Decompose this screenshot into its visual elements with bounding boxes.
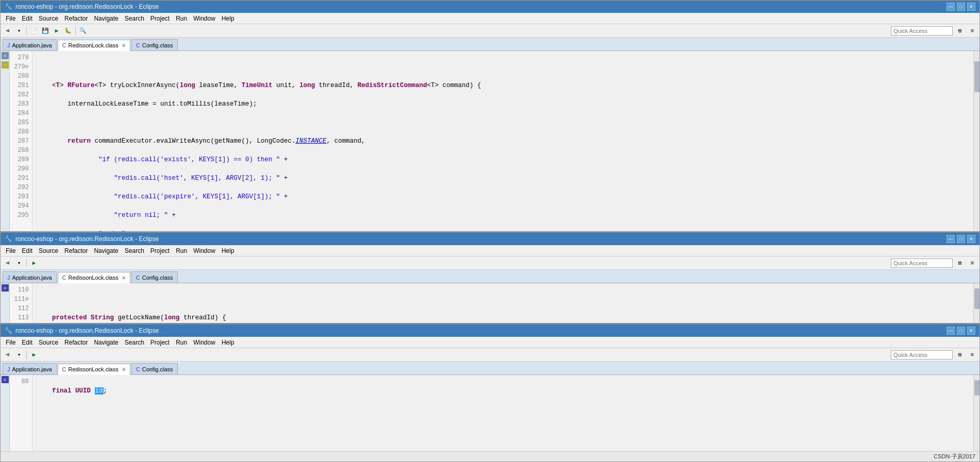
menu-search-2[interactable]: Search xyxy=(122,246,147,255)
scrollbar-v-2[interactable] xyxy=(973,283,979,323)
scrollbar-thumb-2[interactable] xyxy=(974,288,979,309)
menu-project-2[interactable]: Project xyxy=(147,246,173,255)
search-btn-1[interactable]: 🔍 xyxy=(78,26,88,36)
win-controls-1[interactable]: — □ ✕ xyxy=(947,3,975,11)
tab-redissonlock-2[interactable]: C RedissonLock.class ✕ xyxy=(58,272,130,283)
menu-project-1[interactable]: Project xyxy=(147,14,173,23)
new-btn-1[interactable]: 📄 xyxy=(29,26,39,36)
debug-btn-1[interactable]: 🐛 xyxy=(63,26,73,36)
quick-access-input-2[interactable] xyxy=(891,259,953,268)
menu-window-1[interactable]: Window xyxy=(190,14,218,23)
menu-search-3[interactable]: Search xyxy=(122,338,147,347)
save-btn-1[interactable]: 💾 xyxy=(40,26,50,36)
back-btn-2[interactable]: ⊲ xyxy=(3,258,13,268)
sep3 xyxy=(26,259,27,267)
tab-application-3[interactable]: J Application.java xyxy=(3,363,57,374)
win-controls-2[interactable]: — □ ✕ xyxy=(947,235,975,243)
menu-file-2[interactable]: File xyxy=(3,246,19,255)
tab-config-2[interactable]: C Config.class xyxy=(131,271,178,283)
scrollbar-thumb-3[interactable] xyxy=(974,380,979,396)
view-btn-3[interactable]: ≡ xyxy=(967,350,977,360)
quick-access-input-1[interactable] xyxy=(891,26,953,36)
line-280: internalLockLeaseTime = unit.toMillis(le… xyxy=(37,99,969,109)
toolbar-2: ⊲ ▾ ▶ ⊞ ≡ xyxy=(1,256,979,270)
minimize-btn-2[interactable]: — xyxy=(947,235,955,243)
perspective-btn-1[interactable]: ⊞ xyxy=(955,26,965,36)
run-btn-1[interactable]: ▶ xyxy=(52,26,62,36)
forward-btn-1[interactable]: ▾ xyxy=(14,26,24,36)
menu-edit-2[interactable]: Edit xyxy=(19,246,36,255)
gutter-icon-3: ⊙ xyxy=(2,376,9,383)
scrollbar-thumb-1[interactable] xyxy=(974,61,979,92)
back-btn-3[interactable]: ⊲ xyxy=(3,350,13,360)
code-content-1: <T> RFuture<T> tryLockInnerAsync(long le… xyxy=(32,51,973,231)
tab-config-3[interactable]: C Config.class xyxy=(131,363,178,374)
perspective-btn-3[interactable]: ⊞ xyxy=(955,350,965,360)
scrollbar-v-3[interactable] xyxy=(973,375,979,451)
menu-refactor-2[interactable]: Refactor xyxy=(61,246,91,255)
menu-run-2[interactable]: Run xyxy=(173,246,190,255)
toolbar-3: ⊲ ▾ ▶ ⊞ ≡ xyxy=(1,348,979,362)
menu-navigate-1[interactable]: Navigate xyxy=(91,14,121,23)
menu-navigate-3[interactable]: Navigate xyxy=(91,338,121,347)
minimize-btn-3[interactable]: — xyxy=(947,327,955,335)
tab-application-2[interactable]: J Application.java xyxy=(3,271,57,283)
back-btn-1[interactable]: ⊲ xyxy=(3,26,13,36)
tab-close-3[interactable]: ✕ xyxy=(122,367,126,372)
tab-application-1[interactable]: J Application.java xyxy=(3,39,57,50)
scrollbar-v-1[interactable] xyxy=(973,51,979,231)
tab-config-1[interactable]: C Config.class xyxy=(131,39,178,50)
menu-project-3[interactable]: Project xyxy=(147,338,173,347)
menu-window-2[interactable]: Window xyxy=(190,246,218,255)
menu-refactor-1[interactable]: Refactor xyxy=(61,14,91,23)
maximize-btn-2[interactable]: □ xyxy=(957,235,965,243)
tab-redissonlock-1[interactable]: C RedissonLock.class ✕ xyxy=(58,40,130,51)
w3-line-88: final UUID id; xyxy=(37,386,969,396)
tab-close-2[interactable]: ✕ xyxy=(122,275,126,281)
code-content-2: protected String getLockName(long thread… xyxy=(32,283,973,323)
line-285: "redis.call('pexpire', KEYS[1], ARGV[1])… xyxy=(37,192,969,201)
menu-run-3[interactable]: Run xyxy=(173,338,190,347)
maximize-btn-1[interactable]: □ xyxy=(957,3,965,11)
menu-file-1[interactable]: File xyxy=(3,14,19,23)
menu-search-1[interactable]: Search xyxy=(122,14,147,23)
menu-edit-3[interactable]: Edit xyxy=(19,338,36,347)
minimize-btn-1[interactable]: — xyxy=(947,3,955,11)
fwd-btn-2[interactable]: ▾ xyxy=(14,258,24,268)
line-283: "if (redis.call('exists', KEYS[1]) == 0)… xyxy=(37,155,969,164)
tab-close-1[interactable]: ✕ xyxy=(122,43,126,48)
perspective-btn-2[interactable]: ⊞ xyxy=(955,258,965,268)
eclipse-icon-1: 🔧 xyxy=(5,3,12,10)
side-icons-2: ⊙ xyxy=(1,283,10,323)
menu-refactor-3[interactable]: Refactor xyxy=(61,338,91,347)
menu-source-2[interactable]: Source xyxy=(36,246,61,255)
run-btn-2[interactable]: ▶ xyxy=(29,258,39,268)
view-btn-1[interactable]: ≡ xyxy=(967,26,977,36)
watermark: CSDN·子辰2017 xyxy=(934,453,975,460)
menu-help-3[interactable]: Help xyxy=(218,338,238,347)
close-btn-1[interactable]: ✕ xyxy=(967,3,975,11)
menu-file-3[interactable]: File xyxy=(3,338,19,347)
line-286: "return nil; " + xyxy=(37,211,969,220)
tab-icon-3: C xyxy=(136,42,140,48)
tab-redissonlock-3[interactable]: C RedissonLock.class ✕ xyxy=(58,364,130,375)
menu-edit-1[interactable]: Edit xyxy=(19,14,36,23)
run-btn-3[interactable]: ▶ xyxy=(29,350,39,360)
close-btn-2[interactable]: ✕ xyxy=(967,235,975,243)
view-btn-2[interactable]: ≡ xyxy=(967,258,977,268)
menu-window-3[interactable]: Window xyxy=(190,338,218,347)
menu-navigate-2[interactable]: Navigate xyxy=(91,246,121,255)
fwd-btn-3[interactable]: ▾ xyxy=(14,350,24,360)
menu-help-2[interactable]: Help xyxy=(218,246,238,255)
menu-source-1[interactable]: Source xyxy=(36,14,61,23)
menu-source-3[interactable]: Source xyxy=(36,338,61,347)
menu-help-1[interactable]: Help xyxy=(218,14,238,23)
maximize-btn-3[interactable]: □ xyxy=(957,327,965,335)
line-numbers-3: 88 xyxy=(10,375,32,451)
menu-run-1[interactable]: Run xyxy=(173,14,190,23)
close-btn-3[interactable]: ✕ xyxy=(967,327,975,335)
win-controls-3[interactable]: — □ ✕ xyxy=(947,327,975,335)
window-2: 🔧 roncoo-eshop - org.redisson.RedissonLo… xyxy=(0,232,980,323)
quick-access-input-3[interactable] xyxy=(891,350,953,360)
title-text-3: 🔧 roncoo-eshop - org.redisson.RedissonLo… xyxy=(5,327,159,334)
